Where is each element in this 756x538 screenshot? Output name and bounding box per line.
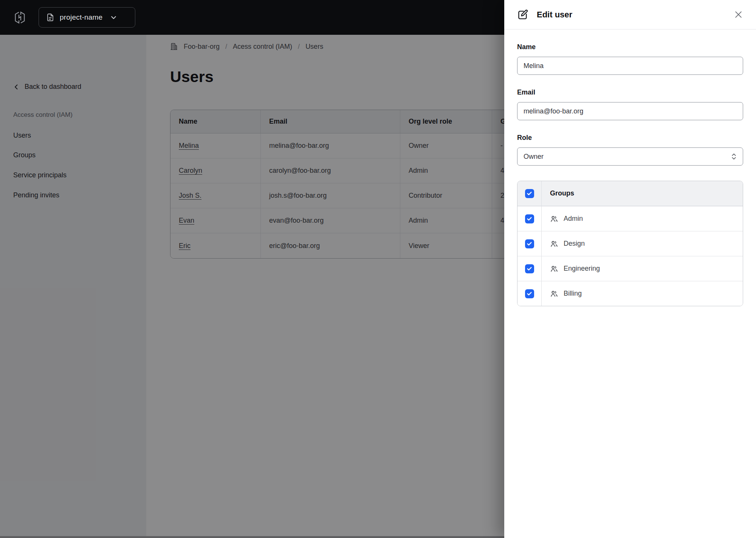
edit-pencil-icon bbox=[517, 9, 528, 20]
role-selected-value: Owner bbox=[524, 153, 544, 161]
select-all-groups-checkbox[interactable] bbox=[525, 189, 534, 198]
select-all-cell bbox=[517, 181, 542, 206]
hashicorp-logo-icon bbox=[14, 11, 26, 24]
edit-user-drawer: Edit user Name Email Role Owner bbox=[504, 0, 756, 538]
email-input[interactable] bbox=[517, 102, 743, 120]
drawer-header: Edit user bbox=[504, 0, 756, 29]
role-select[interactable]: Owner bbox=[517, 147, 743, 166]
group-name: Design bbox=[564, 240, 585, 248]
group-name: Admin bbox=[564, 215, 583, 223]
group-checkbox-admin[interactable] bbox=[525, 214, 534, 223]
group-row-design: Design bbox=[517, 231, 743, 256]
groups-header-label: Groups bbox=[542, 181, 574, 206]
users-group-icon bbox=[550, 265, 558, 273]
drawer-title: Edit user bbox=[537, 10, 572, 20]
users-group-icon bbox=[550, 290, 558, 298]
group-row-billing: Billing bbox=[517, 281, 743, 306]
project-switcher-button[interactable]: project-name bbox=[39, 7, 135, 28]
document-icon bbox=[46, 13, 55, 22]
group-row-engineering: Engineering bbox=[517, 256, 743, 281]
groups-header-row: Groups bbox=[517, 181, 743, 206]
group-name: Billing bbox=[564, 290, 582, 298]
group-row-admin: Admin bbox=[517, 206, 743, 231]
group-checkbox-design[interactable] bbox=[525, 239, 534, 248]
close-drawer-button[interactable] bbox=[732, 8, 745, 21]
name-input[interactable] bbox=[517, 57, 743, 75]
chevron-down-icon bbox=[110, 14, 117, 21]
name-field-label: Name bbox=[517, 43, 743, 51]
email-field-label: Email bbox=[517, 88, 743, 96]
close-icon bbox=[734, 11, 742, 19]
group-checkbox-billing[interactable] bbox=[525, 289, 534, 298]
overlay-scrim[interactable] bbox=[0, 35, 504, 538]
app-root: project-name Back to dashboard Access co… bbox=[0, 0, 756, 538]
select-stepper-icon bbox=[731, 152, 737, 161]
group-name: Engineering bbox=[564, 265, 600, 273]
project-name-label: project-name bbox=[60, 13, 102, 22]
users-group-icon bbox=[550, 240, 558, 248]
group-checkbox-engineering[interactable] bbox=[525, 264, 534, 273]
drawer-body: Name Email Role Owner Groups bbox=[504, 43, 756, 306]
groups-selection-table: Groups Admin bbox=[517, 181, 743, 306]
users-group-icon bbox=[550, 215, 558, 223]
role-field-label: Role bbox=[517, 134, 743, 141]
